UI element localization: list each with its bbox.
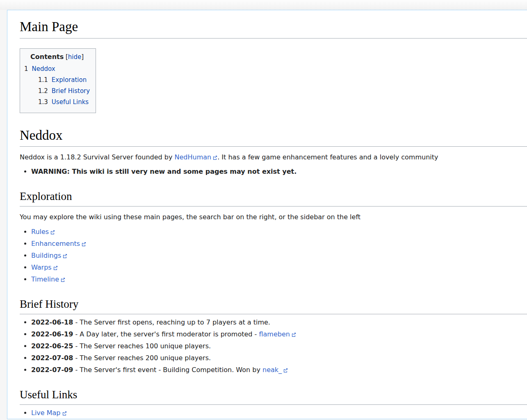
- external-link-icon: [283, 368, 288, 372]
- warning-text: WARNING: This wiki is still very new and…: [31, 168, 297, 175]
- external-link-icon: [62, 411, 67, 415]
- neddox-intro-paragraph: Neddox is a 1.18.2 Survival Server found…: [20, 152, 527, 163]
- list-item: Warps: [31, 262, 527, 273]
- toc-list: 1Neddox 1.1Exploration 1.2Brief History …: [24, 64, 90, 108]
- exploration-links-list: Rules Enhancements Buildings Warps Timel…: [21, 226, 527, 285]
- rules-link-label: Rules: [31, 228, 49, 236]
- list-item: Buildings: [31, 250, 527, 261]
- external-link-icon: [292, 332, 296, 337]
- live-map-link-label: Live Map: [31, 409, 61, 417]
- flameben-link[interactable]: flameben: [259, 330, 296, 338]
- live-map-link[interactable]: Live Map: [31, 409, 67, 417]
- section-heading-neddox: Neddox: [20, 127, 527, 146]
- neak-link[interactable]: neak_: [262, 366, 288, 374]
- external-link-icon: [63, 254, 67, 258]
- wiki-content-area: Main Page Contents [hide] 1Neddox 1.1Exp…: [7, 10, 527, 419]
- warps-link-label: Warps: [31, 263, 52, 271]
- intro-text: Neddox is a 1.18.2 Survival Server found…: [20, 153, 175, 161]
- history-event: 2022-07-08 - The Server reaches 200 uniq…: [31, 352, 527, 363]
- page-title: Main Page: [20, 18, 527, 39]
- event-text: - The Server's first event - Building Co…: [73, 366, 262, 374]
- toc-item-useful-links: 1.3Useful Links: [38, 97, 90, 108]
- toc-number: 1.1: [38, 76, 48, 84]
- event-text: - The Server reaches 200 unique players.: [73, 354, 211, 362]
- history-event: 2022-07-09 - The Server's first event - …: [31, 364, 527, 375]
- section-heading-brief-history: Brief History: [20, 297, 527, 314]
- exploration-intro-paragraph: You may explore the wiki using these mai…: [20, 212, 527, 222]
- intro-text: . It has a few game enhancement features…: [217, 153, 438, 161]
- toc-link-brief-history[interactable]: Brief History: [52, 87, 90, 95]
- rules-link[interactable]: Rules: [31, 228, 55, 236]
- list-item: Timeline: [31, 274, 527, 285]
- event-date: 2022-07-08: [31, 354, 73, 362]
- page-top-margin: [0, 0, 527, 10]
- list-item: Live Map: [31, 407, 527, 418]
- timeline-link[interactable]: Timeline: [31, 275, 65, 283]
- buildings-link[interactable]: Buildings: [31, 252, 67, 259]
- nedhuman-link[interactable]: NedHuman: [175, 153, 218, 161]
- external-link-icon: [213, 155, 217, 160]
- external-link-icon: [82, 242, 86, 246]
- list-item: Rules: [31, 226, 527, 237]
- toc-link-neddox[interactable]: Neddox: [32, 65, 55, 73]
- neak-link-label: neak_: [262, 366, 282, 374]
- event-text: - The Server first opens, reaching up to…: [73, 318, 270, 326]
- event-text: - The Server reaches 100 unique players.: [73, 342, 211, 350]
- history-event: 2022-06-19 - A Day later, the server's f…: [31, 329, 527, 340]
- event-date: 2022-07-09: [31, 366, 73, 374]
- timeline-link-label: Timeline: [31, 275, 59, 283]
- flameben-link-label: flameben: [259, 330, 290, 338]
- useful-links-list: Live Map Discord Server: [21, 407, 527, 420]
- toc-number: 1: [24, 65, 28, 73]
- toc-link-useful-links[interactable]: Useful Links: [52, 98, 89, 106]
- table-of-contents: Contents [hide] 1Neddox 1.1Exploration 1…: [20, 48, 96, 113]
- event-date: 2022-06-19: [31, 330, 73, 338]
- history-event: 2022-06-25 - The Server reaches 100 uniq…: [31, 341, 527, 352]
- history-event: 2022-06-18 - The Server first opens, rea…: [31, 317, 527, 328]
- warps-link[interactable]: Warps: [31, 263, 58, 271]
- toc-sublist: 1.1Exploration 1.2Brief History 1.3Usefu…: [24, 75, 90, 108]
- toc-bracket-close: ]: [81, 53, 84, 61]
- toc-title: Contents [hide]: [24, 53, 90, 61]
- toc-link-exploration[interactable]: Exploration: [52, 76, 87, 84]
- list-item: WARNING: This wiki is still very new and…: [31, 166, 527, 177]
- section-heading-exploration: Exploration: [20, 189, 527, 207]
- event-date: 2022-06-25: [31, 342, 73, 350]
- nedhuman-link-label: NedHuman: [175, 153, 212, 161]
- enhancements-link-label: Enhancements: [31, 240, 80, 247]
- toc-hide-toggle[interactable]: hide: [68, 53, 81, 61]
- event-text: - A Day later, the server's first modera…: [73, 330, 259, 338]
- toc-heading: Contents: [30, 53, 64, 61]
- toc-item-exploration: 1.1Exploration: [38, 75, 90, 86]
- external-link-icon: [61, 277, 65, 282]
- toc-item-brief-history: 1.2Brief History: [38, 86, 90, 97]
- toc-number: 1.2: [38, 87, 48, 95]
- external-link-icon: [53, 266, 58, 270]
- list-item: Enhancements: [31, 238, 527, 249]
- neddox-warning-list: WARNING: This wiki is still very new and…: [21, 166, 527, 177]
- toc-number: 1.3: [38, 98, 48, 106]
- buildings-link-label: Buildings: [31, 252, 61, 259]
- enhancements-link[interactable]: Enhancements: [31, 240, 86, 247]
- external-link-icon: [50, 230, 55, 234]
- section-heading-useful-links: Useful Links: [20, 388, 527, 405]
- event-date: 2022-06-18: [31, 318, 73, 326]
- brief-history-list: 2022-06-18 - The Server first opens, rea…: [21, 317, 527, 375]
- toc-item-neddox: 1Neddox 1.1Exploration 1.2Brief History …: [24, 64, 90, 108]
